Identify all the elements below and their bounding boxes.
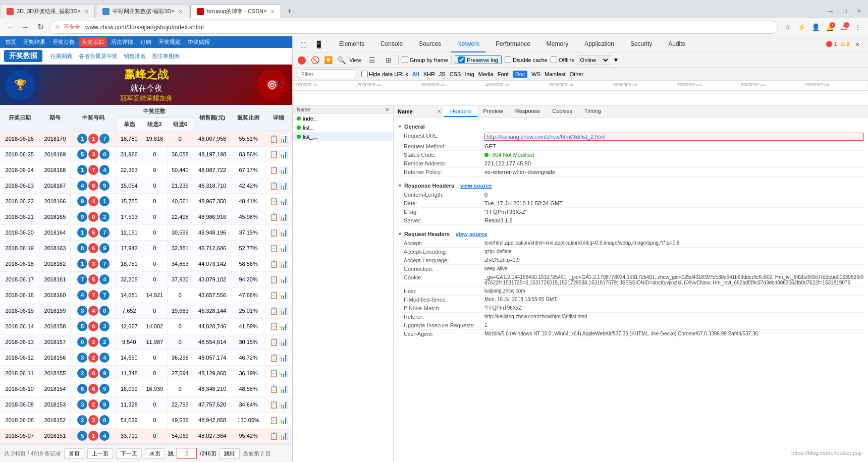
hide-data-urls-label[interactable]: Hide data URLs [361, 71, 408, 77]
chart-icon-2[interactable]: 📊 [279, 166, 288, 174]
pagination-first[interactable]: 首页 [64, 448, 84, 459]
detail-icon-7[interactable]: 📋 [269, 244, 278, 252]
pagination-last[interactable]: 末页 [145, 448, 165, 459]
sidebar-item-list2[interactable]: list_... [293, 132, 393, 141]
tab-3[interactable]: tszupup的博客 - CSDN× × [190, 4, 282, 18]
chart-icon-14[interactable]: 📊 [279, 354, 288, 362]
detail-icon-2[interactable]: 📋 [269, 166, 278, 174]
tab-sources[interactable]: Sources [413, 36, 447, 52]
filter-doc[interactable]: Doc [513, 71, 528, 78]
cell-detail-16[interactable]: 📋📊 [265, 381, 292, 397]
notification-icon[interactable]: 🔔 1 [824, 21, 836, 33]
detail-icon-11[interactable]: 📋 [269, 307, 278, 315]
reload-button[interactable]: ↻ [34, 21, 46, 33]
request-view-source[interactable]: view source [456, 231, 487, 237]
subnav-chart[interactable]: 投注单图例 [152, 52, 180, 60]
tab-2[interactable]: 中彩网开奖数据:福彩3D× × [96, 4, 189, 18]
detail-icon-19[interactable]: 📋 [269, 432, 278, 440]
nav-jackpot[interactable]: 头奖追踪 [79, 37, 107, 47]
user-icon[interactable]: 👤 [809, 21, 822, 33]
detail-icon-10[interactable]: 📋 [269, 291, 278, 299]
detail-icon-16[interactable]: 📋 [269, 385, 278, 393]
general-section-header[interactable]: General [398, 122, 864, 132]
detail-tab-timing[interactable]: Timing [578, 106, 607, 117]
detail-icon-18[interactable]: 📋 [269, 416, 278, 424]
detail-tab-cookies[interactable]: Cookies [546, 106, 578, 117]
cell-detail-14[interactable]: 📋📊 [265, 350, 292, 366]
view-columns-btn[interactable]: ⊞ [382, 53, 395, 67]
chart-icon-10[interactable]: 📊 [279, 291, 288, 299]
detail-icon-6[interactable]: 📋 [269, 228, 278, 237]
detail-icon-5[interactable]: 📋 [269, 213, 278, 221]
group-by-frame-label[interactable]: Group by frame [402, 56, 448, 63]
menu-icon[interactable]: ⋮ [852, 21, 864, 33]
filter-ws[interactable]: WS [531, 71, 540, 77]
chart-icon-15[interactable]: 📊 [279, 369, 288, 377]
chart-icon-4[interactable]: 📊 [279, 197, 288, 205]
pagination-next[interactable]: 下一页 [116, 448, 142, 459]
offline-label[interactable]: Offline [551, 56, 575, 63]
tab-2-close[interactable]: × [179, 8, 183, 15]
cell-detail-8[interactable]: 📋📊 [265, 256, 292, 272]
cell-detail-3[interactable]: 📋📊 [265, 178, 292, 194]
nav-video[interactable]: 开奖视频 [155, 37, 184, 47]
pagination-page-input[interactable] [177, 448, 197, 459]
tab-1-close[interactable]: × [85, 8, 89, 15]
filter-other[interactable]: Other [570, 71, 584, 77]
sidebar-item-index[interactable]: inde... [293, 114, 393, 123]
cell-detail-17[interactable]: 📋📊 [265, 397, 292, 413]
filter-all[interactable]: All [412, 71, 419, 77]
chart-icon-6[interactable]: 📊 [279, 228, 288, 237]
tab-application[interactable]: Application [578, 36, 620, 52]
chart-icon-8[interactable]: 📊 [279, 260, 288, 268]
address-bar[interactable]: ⚠ 不安全 www.zhcw.com/3d/kaijiangshuju/inde… [49, 21, 778, 34]
tab-security[interactable]: Security [624, 36, 658, 52]
tab-audits[interactable]: Audits [662, 36, 691, 52]
clear-btn[interactable]: 🚫 [310, 55, 320, 65]
detail-tab-headers[interactable]: Headers [444, 106, 477, 117]
response-headers-section-header[interactable]: Response Headers view source [398, 181, 864, 191]
cell-detail-2[interactable]: 📋📊 [265, 162, 292, 178]
cell-detail-6[interactable]: 📋📊 [265, 225, 292, 241]
network-throttle-select[interactable]: Online Fast 3G Slow 3G Offline [578, 55, 610, 65]
filter-css[interactable]: CSS [450, 71, 461, 77]
filter-js[interactable]: JS [439, 71, 446, 77]
chart-icon-16[interactable]: 📊 [279, 385, 288, 393]
filter-manifest[interactable]: Manifest [545, 71, 566, 77]
chart-icon-9[interactable]: 📊 [279, 275, 288, 283]
device-mode-btn[interactable]: 📱 [312, 38, 325, 51]
subnav-provinces[interactable]: 各省份量及中奖 [79, 52, 118, 60]
detail-icon-0[interactable]: 📋 [269, 135, 278, 143]
disable-cache-cb[interactable] [505, 56, 511, 63]
nav-announcement[interactable]: 开奖公告 [49, 37, 78, 47]
nav-home[interactable]: 首页 [2, 37, 19, 47]
group-by-frame-cb[interactable] [402, 56, 408, 63]
inspect-element-btn[interactable]: ⬚ [297, 38, 310, 51]
forward-button[interactable]: → [19, 21, 31, 33]
chart-icon-7[interactable]: 📊 [279, 244, 288, 252]
tab-elements[interactable]: Elements [333, 36, 370, 52]
search-btn[interactable]: 🔍 [336, 55, 346, 65]
response-view-source[interactable]: view source [460, 183, 492, 189]
detail-tab-preview[interactable]: Preview [477, 106, 509, 117]
tab-3-close[interactable]: × [270, 8, 275, 15]
nav-history[interactable]: 历次详情 [108, 37, 136, 47]
sidebar-item-list[interactable]: list... [293, 123, 393, 132]
detail-icon-4[interactable]: 📋 [269, 197, 278, 205]
cell-detail-0[interactable]: 📋📊 [265, 131, 292, 147]
filter-btn[interactable]: 🔽 [323, 55, 333, 65]
detail-icon-9[interactable]: 📋 [269, 275, 278, 283]
bookmark-icon[interactable]: ☆ [781, 21, 793, 33]
view-rows-btn[interactable]: ☰ [366, 53, 379, 67]
nav-results[interactable]: 开奖结果 [20, 37, 48, 47]
maximize-button[interactable]: □ [838, 4, 852, 18]
nav-subscribe[interactable]: 订购 [137, 37, 154, 47]
alert-icon[interactable]: ⚠ 2 [838, 21, 850, 33]
tab-network[interactable]: Network [451, 36, 485, 52]
detail-icon-17[interactable]: 📋 [269, 400, 278, 409]
subnav-ranking[interactable]: 销售排名 [124, 52, 146, 60]
extension-icon[interactable]: ⚡ [795, 21, 807, 33]
offline-cb[interactable] [551, 56, 557, 63]
nav-report[interactable]: 中奖贴报 [185, 37, 213, 47]
filter-media[interactable]: Media [478, 71, 494, 77]
